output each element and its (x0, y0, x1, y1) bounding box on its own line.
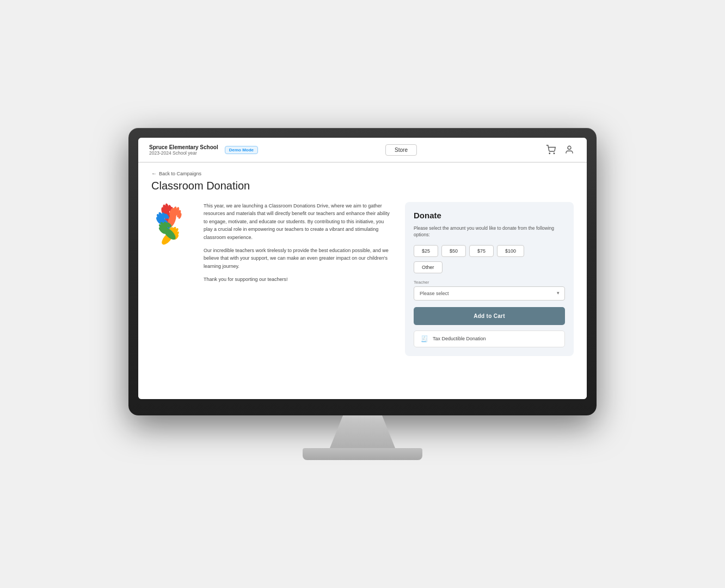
amount-btn-50[interactable]: $50 (441, 245, 466, 257)
desc-paragraph-3: Thank you for supporting our teachers! (204, 275, 392, 283)
account-icon[interactable] (563, 143, 576, 156)
receipt-icon: 🧾 (421, 335, 428, 342)
monitor-outer: Spruce Elementary School 2023-2024 Schoo… (128, 128, 597, 415)
amount-btn-25[interactable]: $25 (414, 245, 438, 257)
app-container: Spruce Elementary School 2023-2024 Schoo… (138, 138, 587, 399)
desc-paragraph-2: Our incredible teachers work tirelessly … (204, 247, 392, 270)
monitor-screen: Spruce Elementary School 2023-2024 Schoo… (138, 138, 587, 399)
svg-point-0 (549, 153, 550, 154)
tax-deductible-text: Tax Deductible Donation (433, 336, 486, 341)
description-text: This year, we are launching a Classroom … (204, 202, 392, 284)
content-grid: This year, we are launching a Classroom … (151, 202, 574, 356)
description-area: This year, we are launching a Classroom … (151, 202, 392, 284)
demo-mode-badge: Demo Mode (225, 146, 258, 154)
donate-subtitle: Please select the amount you would like … (414, 225, 565, 238)
monitor: Spruce Elementary School 2023-2024 Schoo… (128, 128, 597, 460)
teacher-select-wrapper: Teacher Please select ▾ (414, 280, 565, 301)
hands-image (151, 202, 195, 251)
page-title: Classroom Donation (151, 180, 574, 192)
back-link[interactable]: ← Back to Campaigns (151, 170, 574, 176)
back-arrow-icon: ← (151, 170, 157, 176)
header: Spruce Elementary School 2023-2024 Schoo… (138, 138, 587, 162)
main-content: ← Back to Campaigns Classroom Donation (138, 163, 587, 369)
svg-point-1 (554, 153, 555, 154)
svg-point-2 (568, 146, 571, 149)
add-to-cart-button[interactable]: Add to Cart (414, 307, 565, 325)
desc-paragraph-1: This year, we are launching a Classroom … (204, 202, 392, 241)
amount-btn-75[interactable]: $75 (469, 245, 494, 257)
school-info: Spruce Elementary School 2023-2024 Schoo… (149, 144, 218, 156)
monitor-stand-base (303, 448, 422, 460)
school-name: Spruce Elementary School (149, 144, 218, 150)
amount-buttons-group: $25 $50 $75 $100 (414, 245, 565, 257)
monitor-stand-neck (330, 415, 395, 448)
store-button[interactable]: Store (385, 144, 417, 156)
amount-btn-100[interactable]: $100 (497, 245, 524, 257)
header-icons (544, 143, 576, 156)
other-amount-button[interactable]: Other (414, 261, 443, 273)
teacher-select[interactable]: Please select (414, 286, 565, 301)
cart-icon[interactable] (544, 143, 557, 156)
back-link-text: Back to Campaigns (159, 171, 201, 176)
header-nav: Store (265, 144, 538, 156)
donate-title: Donate (414, 211, 565, 220)
school-year: 2023-2024 School year (149, 150, 218, 156)
donate-box: Donate Please select the amount you woul… (405, 202, 574, 356)
teacher-label: Teacher (414, 280, 565, 285)
tax-deductible-banner: 🧾 Tax Deductible Donation (414, 330, 565, 347)
